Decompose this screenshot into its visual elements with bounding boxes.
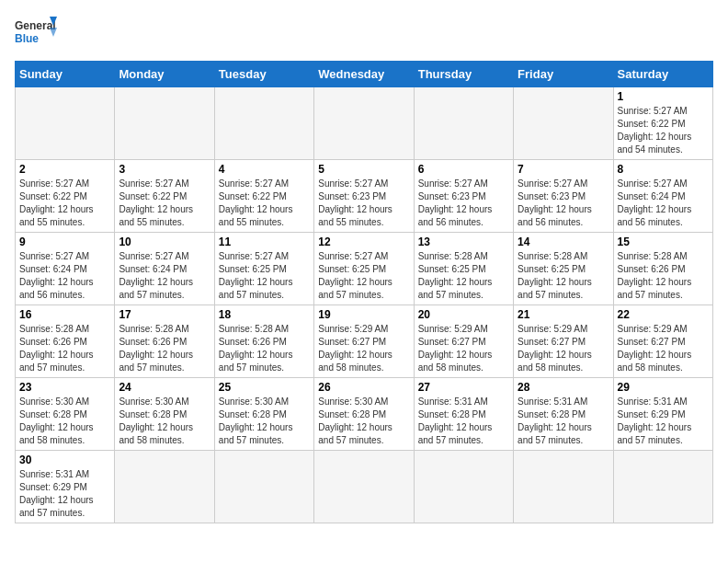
calendar-day-cell [414, 451, 513, 523]
calendar-day-cell [314, 87, 414, 160]
day-number: 5 [318, 163, 409, 176]
day-sun-info: Sunrise: 5:30 AMSunset: 6:28 PMDaylight:… [19, 396, 110, 447]
day-number: 16 [19, 308, 110, 321]
calendar-day-cell: 23Sunrise: 5:30 AMSunset: 6:28 PMDayligh… [16, 378, 115, 451]
day-number: 11 [219, 236, 310, 248]
day-sun-info: Sunrise: 5:29 AMSunset: 6:27 PMDaylight:… [518, 323, 609, 374]
day-sun-info: Sunrise: 5:30 AMSunset: 6:28 PMDaylight:… [219, 396, 310, 447]
day-sun-info: Sunrise: 5:27 AMSunset: 6:23 PMDaylight:… [318, 178, 409, 229]
day-sun-info: Sunrise: 5:28 AMSunset: 6:26 PMDaylight:… [19, 323, 110, 374]
svg-marker-3 [50, 28, 57, 37]
day-number: 8 [618, 163, 709, 176]
header-sunday: Sunday [16, 62, 115, 87]
day-number: 26 [318, 381, 409, 394]
day-number: 22 [618, 308, 709, 321]
day-number: 13 [418, 236, 509, 248]
calendar-day-cell: 5Sunrise: 5:27 AMSunset: 6:23 PMDaylight… [314, 160, 414, 233]
calendar-week-row: 16Sunrise: 5:28 AMSunset: 6:26 PMDayligh… [16, 305, 713, 378]
day-sun-info: Sunrise: 5:27 AMSunset: 6:22 PMDaylight:… [19, 178, 110, 229]
calendar-day-cell: 21Sunrise: 5:29 AMSunset: 6:27 PMDayligh… [514, 305, 613, 378]
day-sun-info: Sunrise: 5:28 AMSunset: 6:26 PMDaylight:… [219, 323, 310, 374]
day-number: 30 [19, 454, 110, 466]
calendar-day-cell [514, 451, 613, 523]
day-sun-info: Sunrise: 5:27 AMSunset: 6:24 PMDaylight:… [618, 178, 709, 229]
day-number: 14 [518, 236, 609, 248]
day-number: 7 [518, 163, 609, 176]
day-number: 1 [618, 90, 709, 103]
day-number: 12 [318, 236, 409, 248]
day-number: 6 [418, 163, 509, 176]
day-sun-info: Sunrise: 5:29 AMSunset: 6:27 PMDaylight:… [618, 323, 709, 374]
svg-text:Blue: Blue [15, 32, 39, 45]
calendar-day-cell: 30Sunrise: 5:31 AMSunset: 6:29 PMDayligh… [16, 451, 115, 523]
header-tuesday: Tuesday [214, 62, 313, 87]
day-number: 21 [518, 308, 609, 321]
calendar-week-row: 23Sunrise: 5:30 AMSunset: 6:28 PMDayligh… [16, 378, 713, 451]
header-monday: Monday [115, 62, 214, 87]
day-sun-info: Sunrise: 5:27 AMSunset: 6:22 PMDaylight:… [119, 178, 210, 229]
calendar-week-row: 2Sunrise: 5:27 AMSunset: 6:22 PMDaylight… [16, 160, 713, 233]
day-sun-info: Sunrise: 5:27 AMSunset: 6:25 PMDaylight:… [318, 250, 409, 302]
day-number: 23 [19, 381, 110, 394]
calendar-header-row: SundayMondayTuesdayWednesdayThursdayFrid… [16, 62, 713, 87]
svg-text:General: General [15, 19, 56, 32]
calendar-day-cell [16, 87, 115, 160]
calendar-day-cell: 2Sunrise: 5:27 AMSunset: 6:22 PMDaylight… [16, 160, 115, 233]
day-number: 27 [418, 381, 509, 394]
calendar-week-row: 30Sunrise: 5:31 AMSunset: 6:29 PMDayligh… [16, 451, 713, 523]
header-friday: Friday [514, 62, 613, 87]
day-sun-info: Sunrise: 5:27 AMSunset: 6:22 PMDaylight:… [618, 105, 709, 156]
calendar-day-cell: 22Sunrise: 5:29 AMSunset: 6:27 PMDayligh… [613, 305, 712, 378]
calendar-day-cell: 6Sunrise: 5:27 AMSunset: 6:23 PMDaylight… [414, 160, 513, 233]
generalblue-logo-icon: General Blue [15, 15, 61, 53]
calendar-day-cell [613, 451, 712, 523]
calendar-table: SundayMondayTuesdayWednesdayThursdayFrid… [15, 61, 713, 523]
calendar-day-cell: 26Sunrise: 5:30 AMSunset: 6:28 PMDayligh… [314, 378, 414, 451]
calendar-day-cell: 8Sunrise: 5:27 AMSunset: 6:24 PMDaylight… [613, 160, 712, 233]
day-sun-info: Sunrise: 5:27 AMSunset: 6:25 PMDaylight:… [219, 250, 310, 302]
day-sun-info: Sunrise: 5:31 AMSunset: 6:29 PMDaylight:… [19, 468, 110, 520]
header-saturday: Saturday [613, 62, 712, 87]
day-number: 9 [19, 236, 110, 248]
calendar-day-cell: 7Sunrise: 5:27 AMSunset: 6:23 PMDaylight… [514, 160, 613, 233]
day-number: 25 [219, 381, 310, 394]
day-number: 10 [119, 236, 210, 248]
day-sun-info: Sunrise: 5:27 AMSunset: 6:24 PMDaylight:… [119, 250, 210, 302]
day-number: 15 [618, 236, 709, 248]
day-number: 18 [219, 308, 310, 321]
day-sun-info: Sunrise: 5:27 AMSunset: 6:22 PMDaylight:… [219, 178, 310, 229]
day-sun-info: Sunrise: 5:28 AMSunset: 6:26 PMDaylight:… [618, 250, 709, 302]
header-thursday: Thursday [414, 62, 513, 87]
calendar-day-cell: 13Sunrise: 5:28 AMSunset: 6:25 PMDayligh… [414, 233, 513, 305]
day-number: 2 [19, 163, 110, 176]
day-number: 3 [119, 163, 210, 176]
calendar-day-cell [314, 451, 414, 523]
day-sun-info: Sunrise: 5:28 AMSunset: 6:26 PMDaylight:… [119, 323, 210, 374]
day-sun-info: Sunrise: 5:27 AMSunset: 6:23 PMDaylight:… [518, 178, 609, 229]
calendar-day-cell: 3Sunrise: 5:27 AMSunset: 6:22 PMDaylight… [115, 160, 214, 233]
calendar-week-row: 1Sunrise: 5:27 AMSunset: 6:22 PMDaylight… [16, 87, 713, 160]
day-number: 4 [219, 163, 310, 176]
header: General Blue [15, 15, 713, 53]
calendar-day-cell: 19Sunrise: 5:29 AMSunset: 6:27 PMDayligh… [314, 305, 414, 378]
calendar-day-cell [214, 87, 313, 160]
calendar-day-cell [115, 451, 214, 523]
header-wednesday: Wednesday [314, 62, 414, 87]
calendar-day-cell: 1Sunrise: 5:27 AMSunset: 6:22 PMDaylight… [613, 87, 712, 160]
calendar-day-cell [514, 87, 613, 160]
calendar-day-cell: 15Sunrise: 5:28 AMSunset: 6:26 PMDayligh… [613, 233, 712, 305]
day-number: 29 [618, 381, 709, 394]
day-sun-info: Sunrise: 5:31 AMSunset: 6:28 PMDaylight:… [518, 396, 609, 447]
day-number: 19 [318, 308, 409, 321]
calendar-day-cell: 14Sunrise: 5:28 AMSunset: 6:25 PMDayligh… [514, 233, 613, 305]
calendar-day-cell: 10Sunrise: 5:27 AMSunset: 6:24 PMDayligh… [115, 233, 214, 305]
calendar-day-cell: 25Sunrise: 5:30 AMSunset: 6:28 PMDayligh… [214, 378, 313, 451]
day-sun-info: Sunrise: 5:31 AMSunset: 6:28 PMDaylight:… [418, 396, 509, 447]
day-sun-info: Sunrise: 5:28 AMSunset: 6:25 PMDaylight:… [518, 250, 609, 302]
calendar-day-cell: 18Sunrise: 5:28 AMSunset: 6:26 PMDayligh… [214, 305, 313, 378]
day-sun-info: Sunrise: 5:28 AMSunset: 6:25 PMDaylight:… [418, 250, 509, 302]
calendar-day-cell [115, 87, 214, 160]
calendar-day-cell: 17Sunrise: 5:28 AMSunset: 6:26 PMDayligh… [115, 305, 214, 378]
day-sun-info: Sunrise: 5:30 AMSunset: 6:28 PMDaylight:… [318, 396, 409, 447]
calendar-day-cell: 11Sunrise: 5:27 AMSunset: 6:25 PMDayligh… [214, 233, 313, 305]
